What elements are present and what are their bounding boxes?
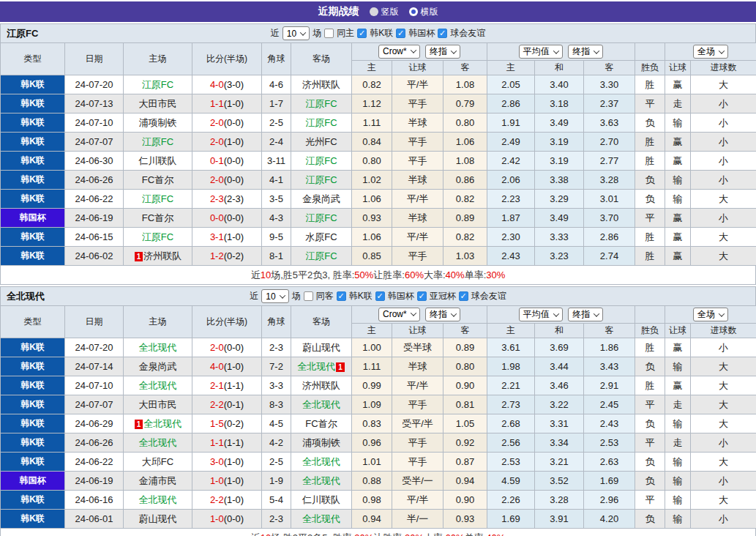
euro-average-select[interactable]: 平均值 — [519, 308, 563, 321]
full-match-select[interactable]: 全场 — [693, 45, 728, 59]
home-team-name[interactable]: 济州联队 — [143, 250, 181, 261]
bookmaker-select[interactable]: Crow* — [378, 45, 420, 59]
euro-average-select[interactable]: 平均值 — [519, 45, 563, 59]
euro-final-select[interactable]: 终指 — [568, 45, 603, 59]
match-count-select[interactable]: 10 — [261, 289, 288, 303]
euro-home-odds: 2.21 — [487, 376, 535, 395]
away-team-name[interactable]: 江原FC — [305, 117, 337, 128]
asia-away-odds: 1.08 — [444, 75, 487, 94]
away-team-name[interactable]: 江原FC — [305, 155, 337, 166]
away-team-name[interactable]: 蔚山现代 — [302, 342, 340, 353]
home-team-name[interactable]: 浦项制铁 — [139, 117, 177, 128]
home-team-name[interactable]: 全北现代 — [139, 437, 177, 448]
away-team-name[interactable]: 江原FC — [305, 98, 337, 109]
full-match-select[interactable]: 全场 — [693, 308, 728, 321]
away-team-cell: 蔚山现代 — [291, 338, 352, 357]
league-checkbox[interactable]: ✓ — [459, 291, 468, 301]
radio-vertical-label: 竖版 — [381, 6, 399, 18]
section-jeonbuk: 全北现代 近 10 场 同客 ✓ 韩K联 ✓ 韩国杯 ✓ 亚冠杯 ✓ 球会友谊 … — [0, 286, 756, 536]
away-team-name[interactable]: 全北现代 — [302, 456, 340, 467]
asia-handicap: 平/半 — [392, 190, 444, 209]
home-team-name[interactable]: FC首尔 — [142, 212, 173, 223]
league-checkbox[interactable]: ✓ — [337, 291, 346, 301]
league-label: 韩K联 — [370, 27, 393, 40]
home-team-name[interactable]: 金泉尚武 — [139, 361, 177, 372]
home-team-name[interactable]: 江原FC — [142, 136, 173, 147]
away-team-name[interactable]: 江原FC — [305, 212, 337, 223]
home-team-name[interactable]: 全北现代 — [143, 418, 181, 429]
league-checkbox[interactable]: ✓ — [375, 291, 385, 301]
home-team-name[interactable]: 江原FC — [142, 231, 173, 242]
result-win-draw-loss: 胜 — [635, 133, 665, 152]
radio-horizontal-option[interactable]: 横版 — [409, 6, 438, 18]
away-team-name[interactable]: 济州联队 — [302, 79, 340, 90]
asia-away-odds: 0.82 — [444, 228, 487, 247]
league-checkbox[interactable]: ✓ — [438, 29, 447, 38]
asia-home-odds: 0.82 — [352, 75, 392, 94]
games-label: 场 — [312, 27, 321, 40]
away-team-name[interactable]: 江原FC — [305, 174, 337, 185]
league-checkbox[interactable]: ✓ — [357, 29, 367, 38]
euro-final-select[interactable]: 终指 — [568, 308, 603, 321]
section-gangwon: 江原FC 近 10 场 同主 ✓ 韩K联 ✓ 韩国杯 ✓ 球会友谊 类型 日期 … — [0, 23, 756, 285]
home-team-name[interactable]: 江原FC — [142, 79, 173, 90]
home-team-name[interactable]: 仁川联队 — [139, 155, 177, 166]
away-team-name[interactable]: 济州联队 — [302, 380, 340, 391]
home-team-name[interactable]: FC首尔 — [142, 174, 173, 185]
home-team-name[interactable]: 江原FC — [142, 193, 173, 204]
home-team-name[interactable]: 大田市民 — [139, 399, 177, 410]
half-score: (0-0) — [224, 155, 244, 166]
same-venue-checkbox[interactable] — [324, 29, 334, 38]
home-team-name[interactable]: 全北现代 — [139, 494, 177, 505]
table-row: 韩K联 24-07-10 全北现代 2-1(1-1) 3-3 济州联队 0.99… — [1, 376, 756, 395]
euro-away-odds: 3.01 — [584, 190, 635, 209]
asia-away-odds: 0.89 — [444, 338, 487, 357]
table-row: 韩K联 24-07-07 大田市民 2-2(0-1) 8-3 全北现代 1.09… — [1, 395, 756, 414]
away-team-name[interactable]: 光州FC — [305, 136, 337, 147]
away-team-name[interactable]: 江原FC — [305, 250, 337, 261]
asia-final-select[interactable]: 终指 — [425, 308, 460, 321]
away-team-name[interactable]: 金泉尚武 — [302, 193, 340, 204]
table-row: 韩K联 24-06-16 全北现代 2-2(1-0) 5-4 仁川联队 0.98… — [1, 491, 756, 510]
home-team-name[interactable]: 大田市民 — [139, 98, 177, 109]
score-cell: 1-1(1-1) — [192, 433, 262, 453]
asia-handicap: 平手 — [392, 247, 444, 266]
full-score: 4-0 — [210, 361, 224, 372]
away-team-name[interactable]: FC首尔 — [305, 418, 337, 429]
away-team-name[interactable]: 全北现代 — [302, 475, 340, 486]
home-team-name[interactable]: 全北现代 — [139, 380, 177, 391]
summary-stat-value: 40% — [486, 532, 505, 536]
sub-col-euro-home: 主 — [487, 324, 535, 338]
away-team-name[interactable]: 水原FC — [305, 231, 337, 242]
check-icon: ✓ — [460, 292, 467, 300]
match-type: 韩K联 — [1, 395, 65, 414]
asia-away-odds: 0.92 — [444, 433, 487, 453]
away-team-name[interactable]: 浦项制铁 — [302, 437, 340, 448]
match-count-select[interactable]: 10 — [282, 26, 310, 40]
home-team-name[interactable]: 蔚山现代 — [139, 513, 177, 524]
away-team-name[interactable]: 全北现代 — [302, 513, 340, 524]
away-team-name[interactable]: 仁川联队 — [302, 494, 340, 505]
result-handicap: 走 — [665, 94, 691, 113]
away-team-name[interactable]: 全北现代 — [302, 399, 340, 410]
corner-count: 5-4 — [262, 491, 291, 510]
home-team-name[interactable]: 大邱FC — [142, 456, 173, 467]
away-team-name[interactable]: 全北现代 — [297, 361, 335, 372]
asia-odds-group: Crow* 终指 — [352, 306, 487, 324]
radio-selected-icon[interactable] — [409, 7, 418, 16]
league-checkbox[interactable]: ✓ — [417, 291, 427, 301]
same-venue-checkbox[interactable] — [304, 291, 313, 301]
league-checkbox[interactable]: ✓ — [396, 29, 405, 38]
asia-final-select[interactable]: 终指 — [425, 45, 460, 59]
score-cell: 2-1(1-1) — [192, 376, 262, 395]
home-team-name[interactable]: 金浦市民 — [139, 475, 177, 486]
asia-handicap: 半球 — [392, 171, 444, 190]
radio-vertical-option[interactable]: 竖版 — [370, 6, 399, 18]
home-team-cell: 金泉尚武 — [124, 357, 192, 376]
home-team-name[interactable]: 全北现代 — [139, 342, 177, 353]
full-score: 2-0 — [210, 136, 224, 147]
sub-col-wdl: 胜负 — [635, 61, 665, 75]
bookmaker-select[interactable]: Crow* — [378, 308, 420, 321]
radio-unselected-icon[interactable] — [370, 7, 378, 16]
result-handicap: 输 — [665, 414, 691, 433]
